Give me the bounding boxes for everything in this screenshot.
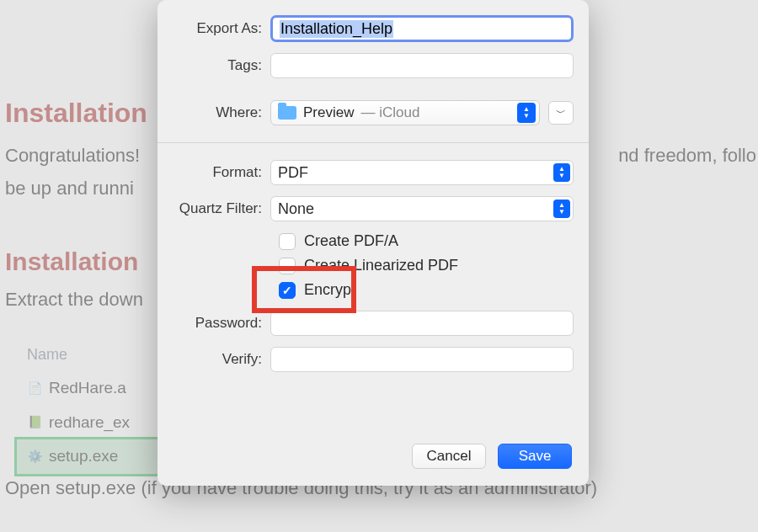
- export-dialog: Export As: Installation_Help Tags: Where…: [157, 0, 589, 486]
- expand-button[interactable]: ﹀: [548, 101, 574, 125]
- file-label: RedHare.a: [49, 376, 126, 401]
- file-label: redhare_ex: [49, 411, 130, 435]
- checkbox-row-pdfa[interactable]: Create PDF/A: [279, 232, 574, 250]
- export-as-label: Export As:: [173, 20, 270, 37]
- verify-input[interactable]: [270, 347, 574, 372]
- updown-icon: ▲▼: [553, 200, 570, 218]
- checkbox-label: Encrypt: [304, 281, 355, 299]
- checkbox-unchecked[interactable]: [279, 258, 296, 274]
- checkbox-unchecked[interactable]: [279, 233, 296, 250]
- format-value: PDF: [278, 164, 308, 182]
- tags-label: Tags:: [173, 57, 270, 74]
- cancel-button[interactable]: Cancel: [412, 444, 486, 469]
- checkbox-label: Create Linearized PDF: [304, 257, 458, 274]
- where-label: Where:: [173, 104, 270, 121]
- save-button[interactable]: Save: [498, 444, 572, 469]
- export-as-value: Installation_Help: [280, 20, 393, 38]
- password-input[interactable]: [270, 311, 574, 336]
- quartz-filter-label: Quartz Filter:: [173, 200, 270, 217]
- chevron-down-icon: ﹀: [556, 106, 566, 120]
- updown-icon: ▲▼: [553, 163, 570, 182]
- file-label: setup.exe: [49, 444, 118, 469]
- checkbox-row-linearized[interactable]: Create Linearized PDF: [279, 257, 574, 274]
- folder-icon: [278, 106, 296, 120]
- verify-label: Verify:: [173, 351, 270, 368]
- checkbox-checked[interactable]: ✓: [279, 282, 296, 299]
- dialog-button-bar: Cancel Save: [157, 444, 589, 486]
- app-icon: 📄: [27, 381, 42, 395]
- updown-icon: ▲▼: [517, 103, 536, 123]
- where-popup[interactable]: Preview — iCloud ▲▼: [270, 100, 540, 125]
- password-label: Password:: [173, 315, 270, 332]
- checkbox-row-encrypt[interactable]: ✓ Encrypt: [279, 281, 574, 299]
- xls-icon: 📗: [27, 416, 42, 429]
- quartz-filter-value: None: [278, 200, 314, 218]
- format-label: Format:: [173, 164, 270, 181]
- where-suffix: — iCloud: [360, 104, 419, 121]
- exe-icon: ⚙️: [27, 450, 42, 463]
- checkbox-label: Create PDF/A: [304, 232, 398, 250]
- export-as-input[interactable]: Installation_Help: [270, 15, 574, 42]
- format-popup[interactable]: PDF ▲▼: [270, 160, 574, 185]
- quartz-filter-popup[interactable]: None ▲▼: [270, 196, 574, 221]
- tags-input[interactable]: [270, 53, 574, 78]
- where-folder-name: Preview: [303, 104, 354, 121]
